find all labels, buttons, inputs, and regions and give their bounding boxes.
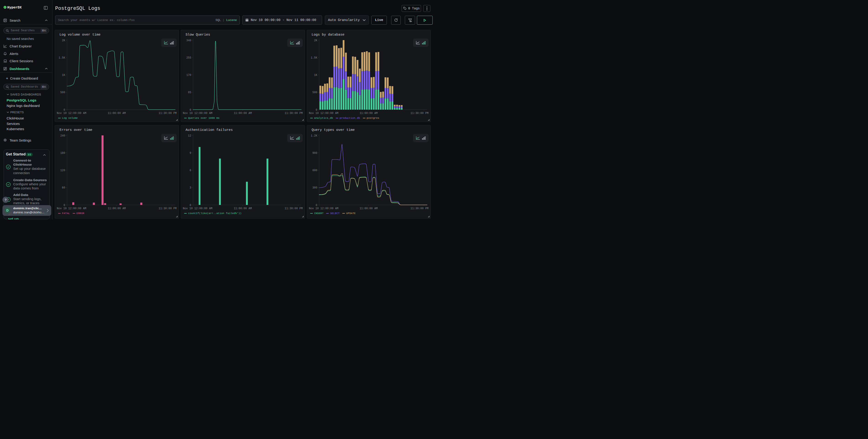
svg-text:0: 0: [316, 204, 317, 207]
svg-text:180: 180: [60, 152, 65, 155]
svg-text:1K: 1K: [62, 74, 65, 77]
svg-text:11:00:00 AM: 11:00:00 AM: [360, 207, 377, 210]
svg-text:11:30:00 PM: 11:30:00 PM: [410, 207, 429, 210]
svg-text:340: 340: [186, 39, 191, 42]
svg-text:11:30:00 PM: 11:30:00 PM: [285, 207, 303, 210]
svg-text:170: 170: [186, 74, 191, 77]
svg-text:255: 255: [186, 56, 191, 60]
svg-text:Nov 10 12:00:00 AM: Nov 10 12:00:00 AM: [309, 207, 339, 210]
svg-text:6: 6: [190, 169, 191, 172]
svg-text:85: 85: [188, 91, 191, 94]
svg-text:Nov 10 12:00:00 AM: Nov 10 12:00:00 AM: [57, 207, 86, 210]
svg-text:Nov 10 12:00:00 AM: Nov 10 12:00:00 AM: [309, 112, 339, 115]
svg-text:11:30:00 PM: 11:30:00 PM: [285, 112, 303, 115]
svg-text:0: 0: [64, 108, 65, 112]
svg-text:Nov 10 12:00:00 AM: Nov 10 12:00:00 AM: [57, 112, 86, 115]
svg-text:11:30:00 PM: 11:30:00 PM: [410, 112, 429, 115]
svg-text:11:00:00 AM: 11:00:00 AM: [107, 207, 126, 210]
svg-text:1.5K: 1.5K: [59, 56, 65, 60]
svg-text:11:00:00 AM: 11:00:00 AM: [107, 112, 126, 115]
svg-text:2K: 2K: [62, 39, 65, 42]
svg-text:0: 0: [64, 204, 65, 207]
svg-text:2K: 2K: [314, 39, 317, 42]
svg-text:Nov 10 12:00:00 AM: Nov 10 12:00:00 AM: [183, 207, 212, 210]
svg-text:12: 12: [188, 134, 191, 137]
svg-text:60: 60: [62, 186, 65, 189]
svg-text:Nov 10 12:00:00 AM: Nov 10 12:00:00 AM: [183, 112, 212, 115]
svg-text:11:30:00 PM: 11:30:00 PM: [159, 112, 177, 115]
svg-text:900: 900: [312, 152, 317, 155]
svg-text:1.2K: 1.2K: [311, 134, 317, 137]
svg-text:0: 0: [190, 108, 191, 112]
svg-text:120: 120: [60, 169, 65, 172]
svg-text:240: 240: [60, 134, 65, 137]
svg-text:500: 500: [312, 91, 317, 94]
svg-text:11:00:00 AM: 11:00:00 AM: [360, 112, 377, 115]
svg-text:1K: 1K: [314, 74, 317, 77]
svg-text:0: 0: [316, 108, 317, 112]
svg-text:300: 300: [312, 186, 317, 189]
svg-text:11:30:00 PM: 11:30:00 PM: [159, 207, 177, 210]
svg-text:600: 600: [312, 169, 317, 172]
svg-text:11:00:00 AM: 11:00:00 AM: [234, 207, 252, 210]
svg-text:11:00:00 AM: 11:00:00 AM: [234, 112, 252, 115]
svg-text:500: 500: [60, 91, 65, 94]
svg-text:3: 3: [190, 186, 191, 189]
svg-text:9: 9: [190, 152, 191, 155]
svg-text:1.5K: 1.5K: [311, 56, 317, 60]
svg-text:0: 0: [190, 204, 191, 207]
